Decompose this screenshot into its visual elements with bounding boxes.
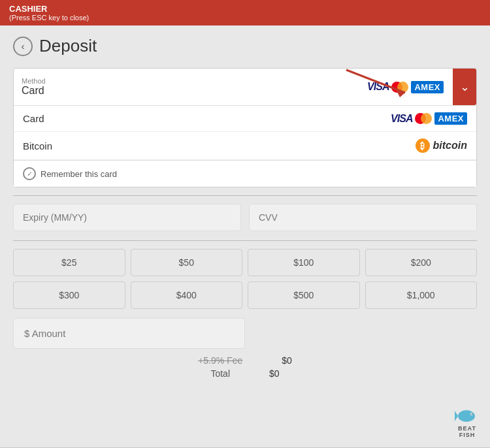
visa-icon-option: VISA (391, 113, 412, 125)
svg-point-2 (458, 410, 475, 422)
bitcoin-text-icon: bitcoin (433, 140, 467, 152)
fee-label: +5.9% Fee (198, 355, 242, 366)
logo-text-fish: FISH (459, 432, 476, 438)
fee-row: +5.9% Fee $0 (13, 355, 477, 366)
amount-input[interactable] (13, 318, 245, 349)
option-card-label: Card (23, 113, 44, 124)
amount-btn-100[interactable]: $100 (248, 249, 360, 276)
option-card[interactable]: Card VISA AMEX (14, 106, 476, 132)
dropdown-options: Card VISA AMEX Bitcoin ₿ bitcoin (14, 105, 476, 187)
mastercard-icon (391, 82, 408, 93)
amount-btn-500[interactable]: $500 (248, 281, 360, 309)
remember-card-row[interactable]: ✓ Remember this card (14, 160, 476, 187)
method-icons-row: VISA AMEX ⌄ (367, 74, 468, 100)
amount-btn-200[interactable]: $200 (365, 249, 478, 276)
amount-btn-1000[interactable]: $1,000 (365, 281, 478, 309)
dropdown-chevron[interactable]: ⌄ (453, 69, 476, 105)
logo-watermark: BEAT FISH (455, 406, 480, 438)
main-content: ‹ Deposit Method Card VISA AMEX ⌄ (0, 25, 490, 447)
amount-btn-300[interactable]: $300 (13, 281, 125, 309)
amount-btn-25[interactable]: $25 (13, 249, 125, 276)
expiry-input[interactable] (13, 204, 241, 231)
back-button[interactable]: ‹ (13, 37, 33, 56)
remember-checkmark-icon: ✓ (23, 167, 36, 180)
method-selected-row[interactable]: Method Card VISA AMEX ⌄ (14, 69, 476, 105)
method-selected-left: Method Card (22, 77, 46, 97)
svg-marker-3 (455, 411, 458, 421)
beat-the-fish-logo-icon (455, 406, 480, 425)
logo-text-beat: BEAT (458, 425, 476, 432)
method-label: Method (22, 77, 46, 85)
card-payment-icons: VISA AMEX (391, 112, 467, 125)
option-bitcoin[interactable]: Bitcoin ₿ bitcoin (14, 132, 476, 160)
amex-icon: AMEX (411, 81, 444, 93)
fee-value: $0 (282, 355, 292, 366)
option-bitcoin-label: Bitcoin (23, 140, 52, 152)
deposit-header: ‹ Deposit (13, 36, 477, 56)
total-row: Total $0 (13, 368, 477, 379)
svg-point-5 (472, 413, 473, 415)
bitcoin-icon-wrap: ₿ bitcoin (416, 138, 467, 153)
cashier-header: CASHIER (Press ESC key to close) (0, 0, 490, 25)
divider-2 (13, 240, 477, 241)
amex-icon-option: AMEX (434, 112, 467, 125)
payment-icons: VISA AMEX (367, 81, 444, 93)
card-fields-row (13, 204, 477, 231)
remember-card-label: Remember this card (41, 169, 117, 179)
method-value: Card (22, 85, 46, 97)
amount-grid: $25 $50 $100 $200 $300 $400 $500 $1,000 (13, 249, 477, 309)
mastercard-icon-option (415, 113, 432, 124)
total-value: $0 (269, 368, 280, 379)
amount-btn-400[interactable]: $400 (131, 281, 243, 309)
deposit-title: Deposit (39, 36, 97, 56)
header-subtitle: (Press ESC key to close) (9, 14, 481, 22)
visa-icon: VISA (367, 81, 389, 93)
header-title: CASHIER (9, 4, 481, 14)
cvv-input[interactable] (249, 204, 477, 231)
bitcoin-circle-icon: ₿ (416, 138, 430, 153)
total-label: Total (210, 368, 230, 379)
divider-1 (13, 195, 477, 196)
method-dropdown[interactable]: Method Card VISA AMEX ⌄ Card (13, 68, 477, 187)
amount-btn-50[interactable]: $50 (131, 249, 243, 276)
